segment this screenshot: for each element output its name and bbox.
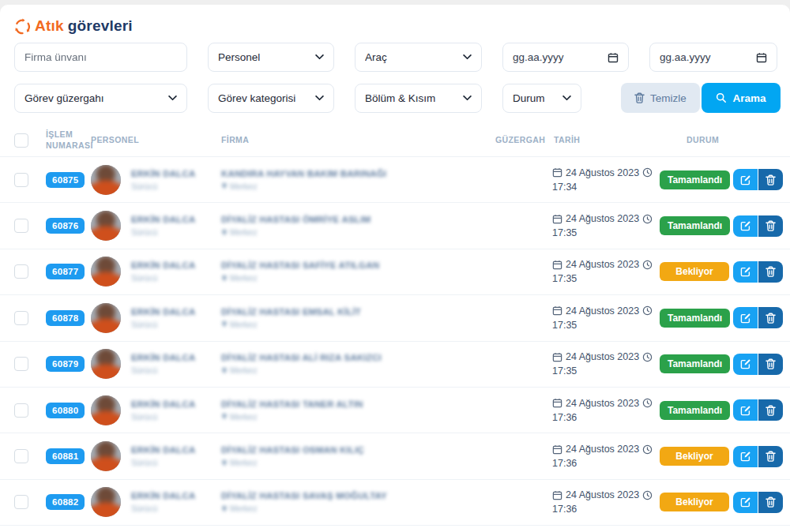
durum-select[interactable]: Durum [502,84,581,113]
trash-icon [766,174,776,185]
status-badge: Tamamlandı [660,309,730,328]
clock-icon [642,167,653,178]
select-all-checkbox[interactable] [14,133,28,148]
saat-text: 17:35 [552,365,660,377]
calendar-icon[interactable] [756,52,767,63]
gorev-guzergahi-select[interactable]: Görev güzergahı [14,84,187,113]
tarih-text: 24 Ağustos 2023 [566,213,639,224]
firma-branch: Merkez [221,273,495,283]
edit-icon [740,266,751,277]
app-window: Atık görevleri Personel Araç gg [0,5,790,532]
table-row: 60875 ERKİN DALCA Sürücü KANDIRA HAYVAN … [0,157,790,203]
firma-cell: DİYALİZ HASTASI ÖMRİYE ASLIM Merkez [221,215,495,237]
firma-cell: DİYALİZ HASTASI OSMAN KILIÇ Merkez [221,445,495,467]
edit-icon [740,174,751,185]
bolum-kisim-select[interactable]: Bölüm & Kısım [355,84,482,113]
status-badge: Tamamlandı [660,216,730,235]
personel-cell: ERKİN DALCA Sürücü [91,165,221,195]
delete-button[interactable] [758,446,783,467]
location-icon [221,459,228,466]
firma-branch: Merkez [221,182,495,191]
edit-button[interactable] [733,307,758,328]
row-checkbox[interactable] [14,403,28,418]
row-checkbox[interactable] [14,219,28,233]
arama-button[interactable]: Arama [702,83,781,113]
delete-button[interactable] [758,399,783,421]
firma-unvani-input-wrap [14,43,187,72]
calendar-icon [552,260,562,270]
saat-text: 17:36 [552,504,660,515]
filter-panel: Personel Araç gg.aa.yyyy gg.aa.yyyy [0,43,790,113]
delete-button[interactable] [758,307,783,328]
row-checkbox[interactable] [14,311,28,325]
actions-cell [733,354,790,375]
tarih-cell: 24 Ağustos 2023 17:35 [549,351,660,377]
chevron-down-icon [562,96,571,101]
firma-cell: DİYALİZ HASTASI ALİ RIZA SAKIZCI Merkez [221,353,495,375]
saat-text: 17:36 [552,458,660,469]
row-checkbox[interactable] [14,357,28,371]
islem-no-badge: 60882 [46,494,85,510]
actions-cell [733,399,790,421]
edit-button[interactable] [733,169,758,190]
location-icon [221,275,228,282]
arama-button-label: Arama [732,92,766,104]
row-checkbox[interactable] [14,495,28,509]
table-row: 60878 ERKİN DALCA Sürücü DİYALİZ HASTASI… [0,295,790,341]
arac-select[interactable]: Araç [355,43,482,72]
col-header-durum: DURUM [660,135,733,145]
calendar-icon[interactable] [608,52,619,63]
edit-button[interactable] [733,215,758,237]
edit-button[interactable] [733,492,758,513]
islem-no-badge: 60875 [46,172,85,188]
firma-unvani-input[interactable] [24,51,177,63]
bolum-kisim-label: Bölüm & Kısım [365,92,435,104]
clock-icon [642,398,653,408]
table-row: 60877 ERKİN DALCA Sürücü DİYALİZ HASTASI… [0,249,790,295]
temizle-button[interactable]: Temizle [621,83,700,113]
trash-icon [766,220,776,231]
tarih-cell: 24 Ağustos 2023 17:36 [549,398,660,423]
row-checkbox[interactable] [14,449,28,463]
personel-name: ERKİN DALCA [131,399,195,409]
delete-button[interactable] [758,215,783,237]
avatar [91,165,121,195]
delete-button[interactable] [758,261,783,283]
row-checkbox[interactable] [14,173,28,187]
clock-icon [642,305,653,316]
firma-name: DİYALİZ HASTASI ÖMRİYE ASLIM [221,215,495,224]
tarih-text: 24 Ağustos 2023 [566,489,639,500]
avatar [91,395,121,425]
chevron-down-icon [168,96,177,101]
edit-button[interactable] [733,446,758,467]
personel-role: Sürücü [131,504,195,513]
delete-button[interactable] [758,169,783,190]
table-row: 60880 ERKİN DALCA Sürücü DİYALİZ HASTASI… [0,388,790,433]
edit-button[interactable] [733,261,758,283]
gorev-kategorisi-select[interactable]: Görev kategorisi [208,84,334,113]
date-start-input[interactable]: gg.aa.yyyy [502,43,629,72]
islem-no-badge: 60880 [46,403,85,418]
status-badge: Tamamlandı [660,354,730,373]
row-checkbox[interactable] [14,264,28,279]
status-badge: Tamamlandı [660,401,730,420]
date-start-value: gg.aa.yyyy [513,51,564,63]
firma-branch: Merkez [221,458,495,467]
date-end-input[interactable]: gg.aa.yyyy [649,43,777,72]
personel-role: Sürücü [131,273,195,283]
temizle-button-label: Temizle [650,92,687,104]
personel-role: Sürücü [131,320,195,329]
firma-cell: DİYALİZ HASTASI SAVAŞ MOĞULTAY Merkez [221,491,495,513]
tarih-text: 24 Ağustos 2023 [566,398,639,409]
edit-button[interactable] [733,399,758,421]
delete-button[interactable] [758,492,783,513]
islem-no-badge: 60878 [46,310,85,326]
tarih-text: 24 Ağustos 2023 [566,444,639,455]
tarih-text: 24 Ağustos 2023 [566,259,639,270]
delete-button[interactable] [758,354,783,375]
personel-select[interactable]: Personel [208,43,334,72]
saat-text: 17:35 [552,273,660,284]
calendar-icon [552,490,562,500]
recycle-icon [14,18,31,35]
edit-button[interactable] [733,354,758,375]
